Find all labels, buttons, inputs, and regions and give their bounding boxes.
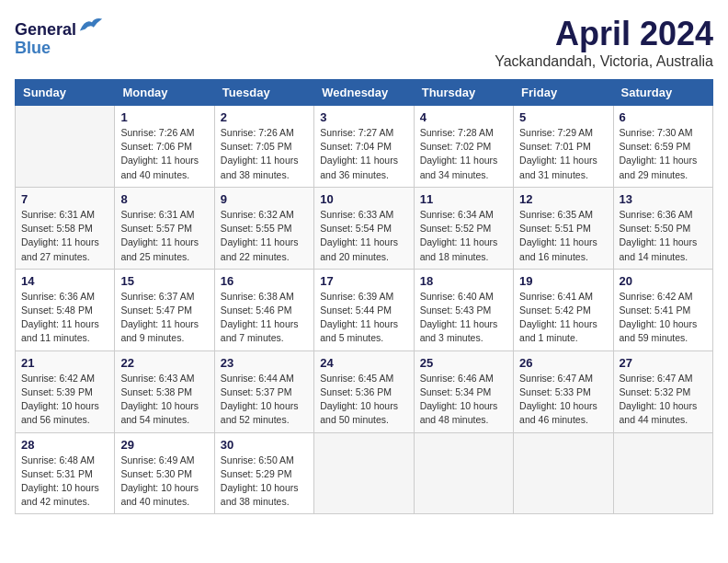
calendar-day-cell: 3Sunrise: 7:27 AMSunset: 7:04 PMDaylight… [314,106,414,188]
day-number: 27 [620,356,707,370]
location: Yackandandah, Victoria, Australia [495,53,713,70]
day-info: Sunrise: 6:50 AMSunset: 5:29 PMDaylight:… [221,454,308,510]
calendar-day-cell: 25Sunrise: 6:46 AMSunset: 5:34 PMDayligh… [414,350,513,432]
logo: General Blue [15,15,104,58]
calendar-day-cell: 30Sunrise: 6:50 AMSunset: 5:29 PMDayligh… [214,432,313,514]
day-number: 2 [221,110,308,124]
calendar-day-cell: 15Sunrise: 6:37 AMSunset: 5:47 PMDayligh… [115,269,214,350]
calendar-day-cell: 19Sunrise: 6:41 AMSunset: 5:42 PMDayligh… [514,269,613,350]
day-info: Sunrise: 6:48 AMSunset: 5:31 PMDaylight:… [21,454,108,510]
day-info: Sunrise: 6:40 AMSunset: 5:43 PMDaylight:… [420,290,507,346]
day-info: Sunrise: 6:39 AMSunset: 5:44 PMDaylight:… [320,290,407,346]
calendar-week-row: 28Sunrise: 6:48 AMSunset: 5:31 PMDayligh… [16,432,713,514]
calendar-day-cell: 1Sunrise: 7:26 AMSunset: 7:06 PMDaylight… [115,106,214,188]
calendar-day-cell: 8Sunrise: 6:31 AMSunset: 5:57 PMDaylight… [115,187,214,269]
day-number: 15 [120,274,208,288]
calendar-day-cell: 13Sunrise: 6:36 AMSunset: 5:50 PMDayligh… [613,187,712,269]
calendar-day-cell: 24Sunrise: 6:45 AMSunset: 5:36 PMDayligh… [314,350,414,432]
calendar-day-cell: 12Sunrise: 6:35 AMSunset: 5:51 PMDayligh… [514,187,613,269]
weekday-header-row: SundayMondayTuesdayWednesdayThursdayFrid… [16,80,713,106]
calendar-day-cell: 28Sunrise: 6:48 AMSunset: 5:31 PMDayligh… [16,432,115,514]
calendar-table: SundayMondayTuesdayWednesdayThursdayFrid… [15,79,713,514]
calendar-day-cell [414,432,513,514]
calendar-week-row: 1Sunrise: 7:26 AMSunset: 7:06 PMDaylight… [16,106,713,188]
day-info: Sunrise: 6:37 AMSunset: 5:47 PMDaylight:… [120,290,208,346]
calendar-day-cell: 26Sunrise: 6:47 AMSunset: 5:33 PMDayligh… [514,350,613,432]
day-info: Sunrise: 6:42 AMSunset: 5:41 PMDaylight:… [620,290,707,346]
weekday-header-saturday: Saturday [613,80,712,106]
day-number: 12 [519,192,607,206]
day-number: 14 [21,274,108,288]
day-info: Sunrise: 7:26 AMSunset: 7:06 PMDaylight:… [120,126,208,182]
day-info: Sunrise: 6:44 AMSunset: 5:37 PMDaylight:… [221,372,308,428]
calendar-day-cell: 7Sunrise: 6:31 AMSunset: 5:58 PMDaylight… [16,187,115,269]
day-number: 21 [21,356,108,370]
header: General Blue April 2024 Yackandandah, Vi… [15,15,713,70]
day-info: Sunrise: 6:43 AMSunset: 5:38 PMDaylight:… [120,372,208,428]
day-number: 30 [221,438,308,452]
title-block: April 2024 Yackandandah, Victoria, Austr… [495,15,713,70]
calendar-day-cell: 14Sunrise: 6:36 AMSunset: 5:48 PMDayligh… [16,269,115,350]
day-info: Sunrise: 6:35 AMSunset: 5:51 PMDaylight:… [519,208,607,264]
day-info: Sunrise: 6:38 AMSunset: 5:46 PMDaylight:… [221,290,308,346]
day-info: Sunrise: 6:46 AMSunset: 5:34 PMDaylight:… [420,372,507,428]
day-info: Sunrise: 6:36 AMSunset: 5:48 PMDaylight:… [21,290,108,346]
day-info: Sunrise: 7:28 AMSunset: 7:02 PMDaylight:… [420,126,507,182]
day-number: 13 [620,192,707,206]
day-number: 23 [221,356,308,370]
day-number: 20 [620,274,707,288]
calendar-day-cell: 10Sunrise: 6:33 AMSunset: 5:54 PMDayligh… [314,187,414,269]
day-number: 26 [519,356,607,370]
day-number: 1 [120,110,208,124]
calendar-week-row: 14Sunrise: 6:36 AMSunset: 5:48 PMDayligh… [16,269,713,350]
calendar-day-cell: 29Sunrise: 6:49 AMSunset: 5:30 PMDayligh… [115,432,214,514]
calendar-day-cell: 21Sunrise: 6:42 AMSunset: 5:39 PMDayligh… [16,350,115,432]
day-info: Sunrise: 6:36 AMSunset: 5:50 PMDaylight:… [620,208,707,264]
calendar-day-cell: 23Sunrise: 6:44 AMSunset: 5:37 PMDayligh… [214,350,313,432]
day-number: 18 [420,274,507,288]
day-number: 29 [120,438,208,452]
calendar-week-row: 21Sunrise: 6:42 AMSunset: 5:39 PMDayligh… [16,350,713,432]
weekday-header-wednesday: Wednesday [314,80,414,106]
calendar-day-cell [16,106,115,188]
calendar-day-cell: 11Sunrise: 6:34 AMSunset: 5:52 PMDayligh… [414,187,513,269]
day-info: Sunrise: 7:30 AMSunset: 6:59 PMDaylight:… [620,126,707,182]
calendar-day-cell [314,432,414,514]
calendar-day-cell: 16Sunrise: 6:38 AMSunset: 5:46 PMDayligh… [214,269,313,350]
month-title: April 2024 [495,15,713,53]
calendar-day-cell: 27Sunrise: 6:47 AMSunset: 5:32 PMDayligh… [613,350,712,432]
logo-text: General [15,15,104,40]
day-number: 6 [620,110,707,124]
day-number: 11 [420,192,507,206]
day-info: Sunrise: 7:27 AMSunset: 7:04 PMDaylight:… [320,126,407,182]
day-number: 3 [320,110,407,124]
calendar-day-cell: 2Sunrise: 7:26 AMSunset: 7:05 PMDaylight… [214,106,313,188]
day-info: Sunrise: 6:42 AMSunset: 5:39 PMDaylight:… [21,372,108,428]
logo-bird-icon [78,15,104,35]
weekday-header-monday: Monday [115,80,214,106]
day-number: 19 [519,274,607,288]
day-number: 7 [21,192,108,206]
logo-blue-text: Blue [15,40,104,58]
day-number: 24 [320,356,407,370]
day-info: Sunrise: 6:49 AMSunset: 5:30 PMDaylight:… [120,454,208,510]
day-number: 16 [221,274,308,288]
calendar-day-cell: 20Sunrise: 6:42 AMSunset: 5:41 PMDayligh… [613,269,712,350]
day-info: Sunrise: 6:31 AMSunset: 5:58 PMDaylight:… [21,208,108,264]
day-number: 28 [21,438,108,452]
day-number: 5 [519,110,607,124]
calendar-day-cell: 17Sunrise: 6:39 AMSunset: 5:44 PMDayligh… [314,269,414,350]
day-number: 22 [120,356,208,370]
calendar-day-cell: 5Sunrise: 7:29 AMSunset: 7:01 PMDaylight… [514,106,613,188]
day-number: 10 [320,192,407,206]
calendar-day-cell [514,432,613,514]
weekday-header-friday: Friday [514,80,613,106]
weekday-header-thursday: Thursday [414,80,513,106]
calendar-day-cell: 22Sunrise: 6:43 AMSunset: 5:38 PMDayligh… [115,350,214,432]
day-number: 4 [420,110,507,124]
weekday-header-sunday: Sunday [16,80,115,106]
day-number: 8 [120,192,208,206]
calendar-week-row: 7Sunrise: 6:31 AMSunset: 5:58 PMDaylight… [16,187,713,269]
day-info: Sunrise: 6:34 AMSunset: 5:52 PMDaylight:… [420,208,507,264]
day-info: Sunrise: 6:31 AMSunset: 5:57 PMDaylight:… [120,208,208,264]
